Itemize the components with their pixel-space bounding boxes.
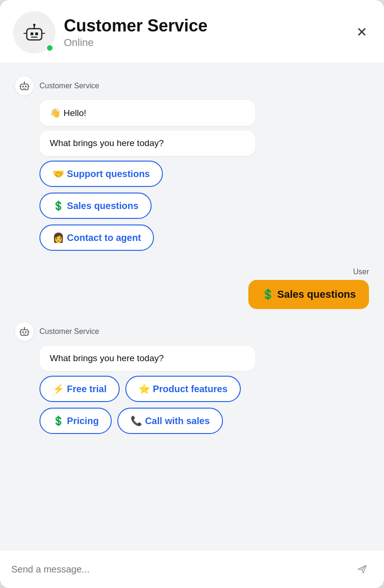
header-title: Customer Service: [64, 16, 207, 36]
support-questions-button[interactable]: 🤝 Support questions: [39, 161, 163, 187]
close-button[interactable]: ✕: [353, 24, 371, 41]
online-indicator: [46, 44, 54, 52]
svg-rect-9: [23, 86, 24, 87]
robot-small-icon-2: [19, 326, 30, 337]
bot-bubble-hello: 👋 Hello!: [39, 100, 255, 126]
send-button[interactable]: [352, 559, 373, 580]
chat-header: Customer Service Online ✕: [0, 0, 384, 63]
bot-avatar-small-2: [15, 322, 34, 341]
svg-rect-10: [25, 86, 27, 87]
bot-message-group-2: Customer Service What brings you here to…: [15, 322, 369, 440]
bot-avatar-small: [15, 77, 34, 95]
avatar-wrapper: [13, 11, 55, 54]
options-row-1: ⚡ Free trial ⭐ Product features: [39, 376, 369, 402]
header-text: Customer Service Online: [64, 16, 207, 49]
bot-bubble-question-1: What brings you here today?: [39, 131, 255, 156]
user-message-group: User 💲 Sales questions: [15, 268, 369, 309]
chat-widget: Customer Service Online ✕: [0, 0, 384, 588]
free-trial-button[interactable]: ⚡ Free trial: [39, 376, 120, 402]
svg-rect-2: [35, 32, 38, 35]
product-features-button[interactable]: ⭐ Product features: [125, 376, 240, 402]
message-input[interactable]: [11, 564, 346, 575]
svg-point-13: [24, 82, 25, 83]
bot-sender-row: Customer Service: [15, 77, 369, 95]
send-icon: [356, 563, 369, 576]
svg-rect-17: [23, 332, 24, 333]
svg-point-5: [33, 24, 36, 26]
pricing-button[interactable]: 💲 Pricing: [39, 408, 112, 434]
user-label: User: [353, 268, 369, 276]
call-with-sales-button[interactable]: 📞 Call with sales: [117, 408, 223, 434]
options-row-2: 💲 Pricing 📞 Call with sales: [39, 408, 369, 434]
svg-point-21: [24, 327, 25, 329]
contact-agent-button[interactable]: 👩 Contact to agent: [39, 224, 154, 251]
bot-name-2: Customer Service: [39, 327, 99, 336]
user-bubble: 💲 Sales questions: [248, 280, 369, 309]
bot-name-1: Customer Service: [39, 82, 99, 90]
robot-small-icon: [19, 80, 30, 92]
options-group-1: 🤝 Support questions 💲 Sales questions 👩 …: [39, 161, 369, 251]
robot-avatar-icon: [22, 20, 46, 45]
chat-area: Customer Service 👋 Hello! What brings yo…: [0, 63, 384, 550]
svg-rect-1: [31, 32, 33, 35]
header-status: Online: [64, 37, 207, 49]
header-left: Customer Service Online: [13, 11, 207, 54]
sales-questions-button[interactable]: 💲 Sales questions: [39, 193, 152, 219]
svg-rect-16: [21, 330, 28, 335]
svg-rect-8: [21, 84, 28, 90]
bot-message-group-1: Customer Service 👋 Hello! What brings yo…: [15, 77, 369, 256]
input-area: [0, 550, 384, 588]
svg-rect-18: [25, 332, 27, 333]
bot-sender-row-2: Customer Service: [15, 322, 369, 341]
bot-bubble-question-2: What brings you here today?: [39, 346, 255, 371]
svg-rect-0: [27, 29, 42, 40]
